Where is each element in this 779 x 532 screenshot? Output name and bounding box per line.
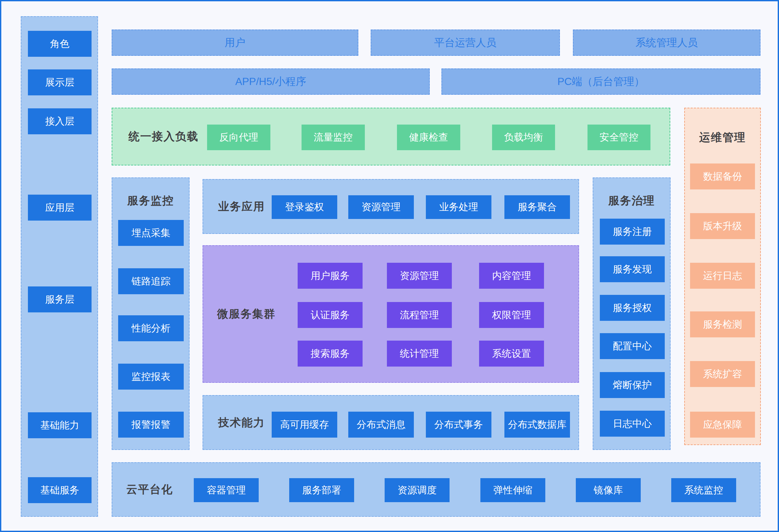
- chip-system-scaling: 系统扩容: [690, 361, 755, 387]
- chip-image-registry: 镜像库: [576, 478, 641, 502]
- chip-service-discovery: 服务发现: [600, 256, 665, 282]
- business-panel: 业务应用 登录鉴权 资源管理 业务处理 服务聚合: [202, 179, 579, 234]
- chip-service-aggregation: 服务聚合: [504, 195, 570, 219]
- chip-resource-scheduling: 资源调度: [384, 478, 450, 502]
- chip-business-processing: 业务处理: [426, 195, 491, 219]
- chip-elastic-scaling: 弹性伸缩: [480, 478, 545, 502]
- chip-container-management: 容器管理: [194, 478, 259, 502]
- chip-process-management: 流程管理: [387, 302, 452, 328]
- ops-title: 运维管理: [685, 128, 760, 147]
- access-load-panel: 统一接入负载 反向代理 流量监控 健康检查 负载均衡 安全管控: [112, 108, 670, 165]
- chip-load-balancing: 负载均衡: [492, 125, 555, 150]
- chip-reverse-proxy: 反向代理: [207, 125, 271, 150]
- cloud-panel: 云平台化 容器管理 服务部署 资源调度 弹性伸缩 镜像库 系统监控: [112, 462, 761, 517]
- chip-security-control: 安全管控: [588, 125, 651, 150]
- ops-panel: 运维管理 数据备份 版本升级 运行日志 服务检测 系统扩容 应急保障: [684, 108, 761, 445]
- chip-search-service: 搜索服务: [298, 341, 363, 367]
- sidebar-item-presentation-layer: 展示层: [28, 69, 92, 95]
- governance-panel: 服务治理 服务注册 服务发现 服务授权 配置中心 熔断保护 日志中心: [593, 178, 671, 450]
- layers-sidebar-panel: 角色 展示层 接入层 应用层 服务层 基础能力 基础服务: [21, 16, 98, 517]
- architecture-diagram: 角色 展示层 接入层 应用层 服务层 基础能力 基础服务 用户 平台运营人员 系…: [0, 0, 779, 532]
- chip-content-management: 内容管理: [479, 263, 544, 289]
- chip-traffic-monitoring: 流量监控: [302, 125, 365, 150]
- chip-tracking-collection: 埋点采集: [118, 220, 184, 246]
- chip-resource-management: 资源管理: [348, 195, 414, 219]
- sidebar-item-application-layer: 应用层: [28, 195, 92, 220]
- chip-service-deployment: 服务部署: [289, 478, 354, 502]
- chip-user-service: 用户服务: [298, 263, 363, 289]
- chip-alerting: 报警报警: [118, 412, 184, 438]
- microservices-title: 微服务集群: [217, 246, 276, 382]
- monitoring-title: 服务监控: [112, 193, 189, 209]
- governance-title: 服务治理: [593, 193, 670, 209]
- chip-permission-management: 权限管理: [479, 302, 544, 328]
- sidebar-item-access-layer: 接入层: [28, 108, 92, 134]
- terminal-box-pc-admin: PC端（后台管理）: [441, 68, 761, 95]
- cloud-title: 云平台化: [126, 463, 173, 516]
- chip-service-inspection: 服务检测: [690, 312, 755, 337]
- chip-version-upgrade: 版本升级: [690, 213, 755, 239]
- chip-login-auth: 登录鉴权: [272, 195, 337, 219]
- chip-system-settings: 系统设置: [479, 341, 544, 367]
- chip-config-center: 配置中心: [600, 333, 665, 359]
- chip-log-center: 日志中心: [600, 411, 665, 437]
- chip-auth-service: 认证服务: [298, 302, 363, 328]
- technical-title: 技术能力: [218, 396, 265, 449]
- sidebar-item-service-layer: 服务层: [28, 286, 92, 312]
- chip-resource-management-service: 资源管理: [387, 263, 452, 289]
- chip-distributed-database: 分布式数据库: [504, 412, 570, 438]
- chip-ha-cache: 高可用缓存: [272, 412, 337, 438]
- chip-data-backup: 数据备份: [690, 163, 755, 189]
- chip-monitoring-reports: 监控报表: [118, 363, 184, 390]
- technical-panel: 技术能力 高可用缓存 分布式消息 分布式事务 分布式数据库: [202, 395, 579, 450]
- business-title: 业务应用: [218, 180, 265, 233]
- monitoring-panel: 服务监控 埋点采集 链路追踪 性能分析 监控报表 报警报警: [112, 178, 190, 450]
- terminal-box-app-h5-miniprogram: APP/H5/小程序: [112, 68, 430, 95]
- chip-service-authorization: 服务授权: [600, 295, 665, 321]
- chip-distributed-transactions: 分布式事务: [426, 412, 491, 438]
- chip-emergency-support: 应急保障: [690, 412, 755, 438]
- chip-distributed-messaging: 分布式消息: [348, 412, 414, 438]
- chip-service-registry: 服务注册: [600, 219, 665, 245]
- chip-system-monitoring: 系统监控: [671, 478, 736, 502]
- role-box-user: 用户: [112, 29, 358, 56]
- chip-performance-analysis: 性能分析: [118, 315, 184, 341]
- sidebar-item-basic-capability: 基础能力: [28, 412, 92, 438]
- microservices-panel: 微服务集群 用户服务 资源管理 内容管理 认证服务 流程管理 权限管理 搜索服务…: [202, 245, 579, 383]
- role-box-platform-operator: 平台运营人员: [371, 29, 560, 56]
- chip-circuit-breaker: 熔断保护: [600, 372, 665, 398]
- sidebar-item-roles: 角色: [28, 31, 92, 57]
- sidebar-item-basic-services: 基础服务: [28, 477, 92, 503]
- role-box-system-admin: 系统管理人员: [573, 29, 761, 56]
- chip-link-tracing: 链路追踪: [118, 268, 184, 294]
- chip-runtime-logs: 运行日志: [690, 263, 755, 289]
- access-load-title: 统一接入负载: [128, 108, 199, 165]
- chip-health-check: 健康检查: [397, 125, 460, 150]
- chip-statistics-management: 统计管理: [387, 341, 452, 367]
